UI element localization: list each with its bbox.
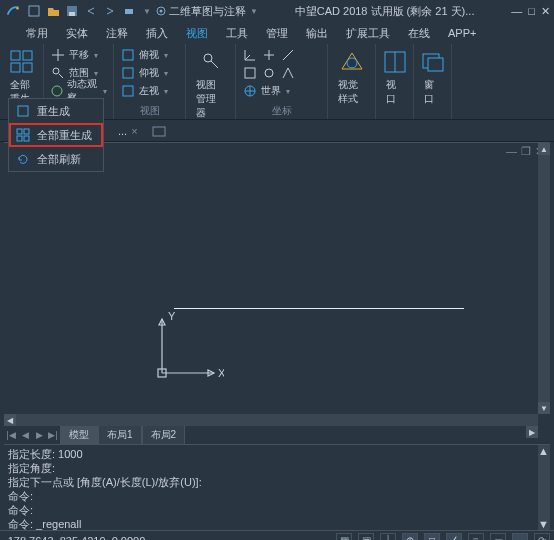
layout-tab-model[interactable]: 模型 <box>60 425 98 445</box>
layout-tab-1[interactable]: 布局1 <box>98 425 142 445</box>
left-view-button[interactable]: 左视▾ <box>120 82 179 100</box>
tab-view[interactable]: 视图 <box>178 24 216 43</box>
polar-toggle[interactable]: ⊕ <box>402 533 418 541</box>
grid-toggle[interactable]: ▦ <box>336 533 352 541</box>
cmd-scroll-down-icon[interactable]: ▼ <box>538 518 550 530</box>
tab-tools[interactable]: 工具 <box>218 24 256 43</box>
canvas-restore-icon[interactable]: ❐ <box>521 145 531 158</box>
title-bar: ▼ 二维草图与注释 ▼ 中望CAD 2018 试用版 (剩余 21 天)... … <box>0 0 554 22</box>
pan-button[interactable]: 平移▾ <box>50 46 107 64</box>
osnap-toggle[interactable]: □ <box>424 533 440 541</box>
visual-style-button[interactable]: 视觉样式 <box>334 46 369 108</box>
canvas-h-scrollbar[interactable]: ◀ ▶ <box>4 414 538 426</box>
canvas-v-scrollbar[interactable]: ▲ ▼ <box>538 143 550 414</box>
viewport-button[interactable]: 视口 <box>382 46 407 108</box>
dropdown-regen[interactable]: 重生成 <box>9 99 103 123</box>
svg-rect-28 <box>17 129 22 134</box>
tab-insert[interactable]: 插入 <box>138 24 176 43</box>
layout-prev-icon[interactable]: ◀ <box>18 428 32 442</box>
drawn-line-entity <box>174 308 464 309</box>
print-icon[interactable] <box>121 3 137 19</box>
globe-icon <box>242 83 258 99</box>
world-ucs-button[interactable]: 世界▾ <box>242 82 321 100</box>
tab-online[interactable]: 在线 <box>400 24 438 43</box>
scroll-right-icon[interactable]: ▶ <box>526 426 538 438</box>
dropdown-regen-all[interactable]: 全部重生成 <box>9 123 103 147</box>
svg-rect-15 <box>123 68 133 78</box>
view-manager-label: 视图管理器 <box>196 78 225 120</box>
minimize-button[interactable]: — <box>511 5 522 18</box>
drawing-canvas[interactable]: — ❐ ✕ Y X ▲ ▼ ◀ ▶ <box>4 142 550 426</box>
close-tab-icon[interactable]: × <box>131 125 137 137</box>
svg-rect-4 <box>125 9 133 14</box>
bottom-view-button[interactable]: 仰视▾ <box>120 64 179 82</box>
maximize-button[interactable]: □ <box>528 5 535 18</box>
document-tab[interactable]: ... × <box>110 123 146 139</box>
cmd-scroll-up-icon[interactable]: ▲ <box>538 445 550 457</box>
cmd-line: 命令: <box>8 503 546 517</box>
new-icon[interactable] <box>26 3 42 19</box>
tab-app[interactable]: APP+ <box>440 25 484 41</box>
pan-icon <box>50 47 66 63</box>
regen-dropdown-menu: 重生成 全部重生成 全部刷新 <box>8 98 104 172</box>
cycle-toggle[interactable]: ⟳ <box>534 533 550 541</box>
dropdown-refresh-all[interactable]: 全部刷新 <box>9 147 103 171</box>
svg-point-22 <box>347 58 357 68</box>
tab-output[interactable]: 输出 <box>298 24 336 43</box>
panel-label-view: 视图 <box>114 104 185 118</box>
app-logo-icon[interactable] <box>4 2 22 20</box>
save-icon[interactable] <box>64 3 80 19</box>
svg-point-20 <box>265 69 273 77</box>
command-window[interactable]: 指定长度: 1000 指定角度: 指定下一点或 [角度(A)/长度(L)/放弃(… <box>4 444 550 530</box>
dropdown-refresh-all-label: 全部刷新 <box>37 152 81 167</box>
dyn-toggle[interactable]: ▭ <box>490 533 506 541</box>
layout-last-icon[interactable]: ▶| <box>46 428 60 442</box>
window-controls: — □ ✕ <box>511 5 550 18</box>
status-bar: -178.7643, 835.4219, 0.0000 ▦ ▣ └ ⊕ □ ∠ … <box>0 530 554 540</box>
cube-bottom-icon <box>120 65 136 81</box>
workspace-selector[interactable]: 二维草图与注释 ▼ <box>155 4 258 19</box>
model-toggle[interactable]: ▬ <box>512 533 528 541</box>
ucs-prev-icon <box>242 65 258 81</box>
tab-annotate[interactable]: 注释 <box>98 24 136 43</box>
ortho-toggle[interactable]: └ <box>380 533 396 541</box>
tab-common[interactable]: 常用 <box>18 24 56 43</box>
chevron-down-icon: ▼ <box>250 7 258 16</box>
ucs-icon-button[interactable] <box>242 46 321 64</box>
open-icon[interactable] <box>45 3 61 19</box>
svg-point-11 <box>53 68 59 74</box>
close-button[interactable]: ✕ <box>541 5 550 18</box>
otrack-toggle[interactable]: ∠ <box>446 533 462 541</box>
new-tab-icon[interactable] <box>152 124 166 138</box>
cmd-v-scrollbar[interactable]: ▲ ▼ <box>538 445 550 530</box>
ucs-origin-icon <box>261 65 277 81</box>
viewport-icon <box>381 48 409 76</box>
layout-first-icon[interactable]: |◀ <box>4 428 18 442</box>
layout-tab-2[interactable]: 布局2 <box>142 425 186 445</box>
lineweight-toggle[interactable]: ≡ <box>468 533 484 541</box>
layout-next-icon[interactable]: ▶ <box>32 428 46 442</box>
view-manager-button[interactable]: 视图管理器 <box>192 46 229 122</box>
scroll-up-icon[interactable]: ▲ <box>538 143 550 155</box>
scroll-down-icon[interactable]: ▼ <box>538 402 550 414</box>
window-button[interactable]: 窗口 <box>420 46 445 108</box>
window-label: 窗口 <box>424 78 441 106</box>
svg-point-6 <box>159 10 162 13</box>
tab-extend[interactable]: 扩展工具 <box>338 24 398 43</box>
svg-rect-8 <box>23 51 32 60</box>
tab-solid[interactable]: 实体 <box>58 24 96 43</box>
coordinates-display[interactable]: -178.7643, 835.4219, 0.0000 <box>4 535 145 541</box>
qat-dropdown-icon[interactable]: ▼ <box>143 7 151 16</box>
cmd-line: 命令: <box>8 489 546 503</box>
ucs-x-label: X <box>218 367 224 379</box>
top-view-button[interactable]: 俯视▾ <box>120 46 179 64</box>
tab-manage[interactable]: 管理 <box>258 24 296 43</box>
ucs-row2[interactable] <box>242 64 321 82</box>
gear-icon <box>155 5 167 17</box>
redo-icon[interactable] <box>102 3 118 19</box>
dropdown-regen-label: 重生成 <box>37 104 70 119</box>
snap-toggle[interactable]: ▣ <box>358 533 374 541</box>
undo-icon[interactable] <box>83 3 99 19</box>
canvas-minimize-icon[interactable]: — <box>506 145 517 158</box>
scroll-left-icon[interactable]: ◀ <box>4 414 16 426</box>
